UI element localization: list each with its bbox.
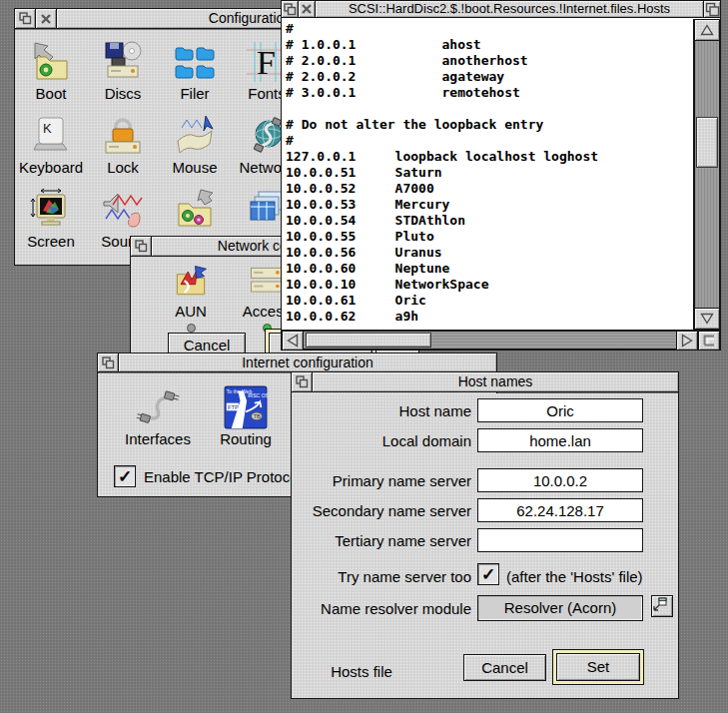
window-host-names: Host names Host nameLocal domainPrimary …	[291, 371, 679, 699]
scroll-up-arrow[interactable]	[694, 19, 720, 41]
internet-icon-interfaces[interactable]: Interfaces	[118, 385, 198, 447]
icon-label: Boot	[36, 85, 67, 102]
routing-icon: To the WebFTPRISC OSTB	[224, 385, 268, 429]
svg-text:F: F	[257, 44, 276, 81]
horizontal-scroll-thumb[interactable]	[306, 333, 431, 348]
enable-tcpip-label: Enable TCP/IP Protocols	[144, 468, 309, 485]
config-icon-screen[interactable]: Screen	[15, 186, 87, 260]
network-icon-aun[interactable]: AUN	[151, 262, 231, 333]
back-icon[interactable]	[131, 237, 152, 256]
secondary-name-server-input[interactable]	[477, 498, 643, 522]
configuration-icon-grid: BootDiscsFilerFFontsKKeyboardLockMouseNe…	[15, 38, 303, 260]
titlebar-internet-configuration: Internet configuration	[98, 354, 496, 372]
back-icon[interactable]	[292, 372, 313, 391]
window-hosts-file: SCSI::HardDisc2.$.!boot.Resources.!Inter…	[281, 0, 721, 351]
set-button[interactable]: Set	[556, 653, 640, 681]
svg-text:RISC OS: RISC OS	[248, 392, 268, 398]
enable-tcpip-checkbox[interactable]: ✓	[114, 465, 136, 487]
try-name-server-checkbox[interactable]: ✓	[477, 563, 499, 585]
local-domain-label: Local domain	[292, 432, 471, 449]
horizontal-scrollbar[interactable]	[282, 330, 720, 350]
scroll-right-arrow[interactable]	[676, 331, 698, 351]
config-icon-boot[interactable]: Boot	[15, 38, 87, 112]
keyboard-icon: K	[29, 114, 73, 158]
toggle-size-icon[interactable]	[703, 1, 720, 17]
set-button-default-ring: Set	[552, 649, 644, 685]
icon-label: Keyboard	[19, 159, 83, 176]
icon-label: Lock	[107, 159, 139, 176]
svg-text:TB: TB	[254, 413, 261, 419]
back-icon[interactable]	[282, 1, 299, 17]
icon-label: AUN	[151, 303, 231, 320]
aun-radio-led[interactable]	[187, 324, 196, 333]
checkbox-tick: ✓	[118, 468, 132, 485]
window-title-internet-configuration[interactable]: Internet configuration	[119, 354, 496, 371]
config-icon-lock[interactable]: Lock	[87, 112, 159, 186]
icon-label: Interfaces	[118, 430, 198, 447]
tertiary-name-server-input[interactable]	[477, 528, 643, 552]
hosts-file-icon-label: Hosts file	[312, 663, 411, 680]
local-domain-input[interactable]	[477, 428, 643, 452]
interfaces-icon	[136, 385, 180, 429]
name-resolver-value: Resolver (Acorn)	[477, 595, 643, 621]
close-icon[interactable]	[36, 9, 57, 28]
icon-label: Discs	[105, 85, 142, 102]
config-icon-mouse[interactable]: Mouse	[159, 112, 231, 186]
vertical-scrollbar[interactable]	[694, 19, 720, 330]
try-name-server-label: Try name server too	[292, 568, 471, 585]
internet-icon-routing[interactable]: To the WebFTPRISC OSTBRouting	[206, 385, 286, 447]
window-title-host-names[interactable]: Host names	[313, 372, 678, 391]
host-name-input[interactable]	[477, 398, 643, 422]
config-icon-discs[interactable]: Discs	[87, 38, 159, 112]
hosts-file-icon[interactable]	[343, 625, 380, 663]
sound-icon	[101, 188, 145, 232]
boot-icon	[29, 40, 73, 84]
config-icon-keyboard[interactable]: KKeyboard	[15, 112, 87, 186]
vertical-scroll-track[interactable]	[694, 41, 720, 308]
hosts-file-text: # # 1.0.0.1 ahost # 2.0.0.1 anotherhost …	[282, 19, 693, 325]
svg-text:FTP: FTP	[228, 404, 239, 410]
icon-label: Mouse	[172, 159, 217, 176]
icon-label: Routing	[206, 430, 286, 447]
close-icon[interactable]	[299, 1, 316, 17]
mouse-icon	[173, 114, 217, 158]
vertical-scroll-thumb[interactable]	[696, 117, 718, 168]
icon-label: Screen	[27, 233, 75, 250]
window-title-hosts-file[interactable]: SCSI::HardDisc2.$.!boot.Resources.!Inter…	[316, 1, 703, 17]
primary-name-server-label: Primary name server	[292, 472, 471, 489]
resize-handle[interactable]	[698, 331, 720, 351]
lock-icon	[101, 114, 145, 158]
horizontal-scroll-track[interactable]	[304, 331, 676, 350]
config-icon-filer[interactable]: Filer	[159, 38, 231, 112]
back-icon[interactable]	[98, 354, 119, 371]
tertiary-name-server-label: Tertiary name server	[292, 532, 471, 549]
secondary-name-server-label: Secondary name server	[292, 502, 471, 519]
resolver-popup-menu-icon[interactable]	[651, 595, 673, 617]
desktop: Configuration BootDiscsFilerFFontsKKeybo…	[0, 0, 728, 713]
system-icon	[173, 188, 217, 232]
filer-icon	[173, 40, 217, 84]
try-name-server-note: (after the 'Hosts' file)	[506, 568, 643, 585]
screen-icon	[29, 188, 73, 232]
titlebar-hosts-file: SCSI::HardDisc2.$.!boot.Resources.!Inter…	[282, 1, 720, 18]
back-icon[interactable]	[15, 9, 36, 28]
cancel-button[interactable]: Cancel	[463, 654, 546, 681]
host-names-body: Host nameLocal domainPrimary name server…	[292, 393, 678, 698]
checkbox-tick: ✓	[481, 566, 495, 583]
scroll-down-arrow[interactable]	[694, 308, 720, 330]
host-name-label: Host name	[292, 402, 471, 419]
aun-icon	[169, 262, 213, 302]
discs-icon	[101, 40, 145, 84]
titlebar-host-names: Host names	[292, 372, 678, 392]
name-resolver-label: Name resolver module	[292, 600, 471, 617]
svg-text:K: K	[43, 121, 52, 136]
hosts-file-text-area[interactable]: # # 1.0.0.1 ahost # 2.0.0.1 anotherhost …	[282, 19, 694, 330]
icon-label: Filer	[180, 85, 209, 102]
primary-name-server-input[interactable]	[477, 468, 643, 492]
scroll-left-arrow[interactable]	[282, 331, 304, 351]
